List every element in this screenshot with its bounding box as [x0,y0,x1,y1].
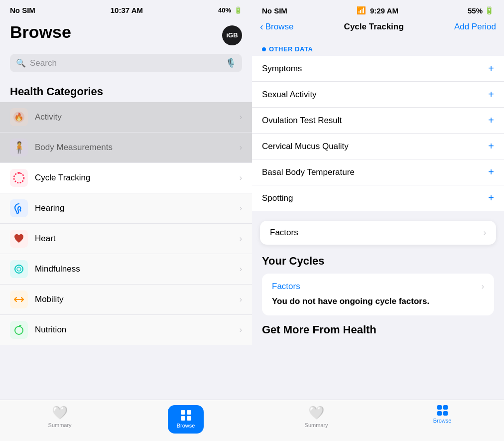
search-placeholder: Search [30,58,222,68]
svg-point-9 [14,269,15,270]
carrier-left: No SIM [10,6,35,14]
battery-left: 40% 🔋 [218,6,242,14]
list-item-basal[interactable]: Basal Body Temperature + [252,159,504,185]
your-cycles-title: Your Cycles [262,255,494,268]
body-chevron: › [240,143,242,152]
nav-back-button[interactable]: ‹ Browse [260,21,293,32]
right-panel: No SIM 📶 9:29 AM 55% 🔋 ‹ Browse Cycle Tr… [252,0,504,441]
get-more-section: Get More From Health [252,323,504,336]
list-item-cervical[interactable]: Cervical Mucus Quality + [252,134,504,159]
summary-tab-label: Summary [48,422,72,428]
cycles-factors-chevron: › [482,282,484,291]
mindfulness-icon [10,260,28,278]
nutrition-icon [10,321,28,339]
cycles-factors-label: Factors [272,282,300,292]
list-item-symptoms[interactable]: Symptoms + [252,56,504,82]
category-item-mobility[interactable]: Mobility › [0,285,252,315]
tab-summary-right[interactable]: 🤍 Summary [305,405,328,428]
factors-card-label: Factors [270,228,484,238]
add-period-button[interactable]: Add Period [454,22,496,32]
summary-tab-label-right: Summary [305,422,328,428]
svg-point-4 [20,210,21,212]
mobility-icon [10,291,28,308]
browse-title: Browse [10,22,71,42]
symptoms-plus-icon[interactable]: + [488,63,494,74]
nav-title: Cycle Tracking [344,22,404,32]
tab-bar-right: 🤍 Summary Browse [252,400,504,441]
svg-point-3 [18,172,20,174]
your-cycles-section: Your Cycles Factors › You do not have on… [252,255,504,323]
tab-browse-left[interactable]: Browse [168,405,204,434]
nutrition-chevron: › [240,325,242,334]
status-bar-right: No SIM 📶 9:29 AM 55% 🔋 [252,0,504,19]
browse-grid-icon [181,410,191,421]
wifi-icon: 📶 [357,6,366,15]
other-data-section-header: OTHER DATA [252,38,504,56]
activity-icon: 🔥 [10,108,28,126]
tab-bar-left: 🤍 Summary Browse [0,400,252,441]
heart-label: Heart [35,234,240,244]
basal-plus-icon[interactable]: + [488,166,494,178]
cycle-icon [10,169,28,187]
ovulation-plus-icon[interactable]: + [488,115,494,126]
tab-summary-left[interactable]: 🤍 Summary [48,405,72,428]
heart-chevron: › [240,234,242,243]
back-chevron-icon: ‹ [260,21,263,32]
nav-back-label: Browse [265,22,294,32]
category-item-body[interactable]: 🧍 Body Measurements › [0,133,252,163]
category-item-nutrition[interactable]: Nutrition › [0,315,252,345]
svg-point-6 [17,267,21,271]
left-panel: No SIM 10:37 AM 40% 🔋 Browse iGB 🔍 Searc… [0,0,252,441]
summary-heart-icon: 🤍 [52,405,68,421]
browse-grid-icon-right [437,405,448,416]
sexual-activity-plus-icon[interactable]: + [488,89,494,100]
section-dot [262,47,266,51]
status-center-right: 📶 9:29 AM [357,6,398,15]
ovulation-label: Ovulation Test Result [262,116,488,126]
cycles-card: Factors › You do not have ongoing cycle … [262,274,494,315]
time-right: 9:29 AM [370,6,398,15]
health-categories-label: Health Categories [0,77,252,102]
summary-heart-icon-right: 🤍 [308,405,324,421]
browse-tab-label-left: Browse [177,423,195,429]
basal-label: Basal Body Temperature [262,167,488,177]
body-label: Body Measurements [35,143,240,152]
nav-bar: ‹ Browse Cycle Tracking Add Period [252,19,504,38]
svg-point-5 [15,265,23,273]
spotting-plus-icon[interactable]: + [488,192,494,204]
mobility-label: Mobility [35,294,240,304]
activity-chevron: › [240,113,242,122]
mindfulness-label: Mindfulness [35,264,240,274]
cycle-chevron: › [240,173,242,182]
list-item-ovulation[interactable]: Ovulation Test Result + [252,108,504,134]
svg-point-8 [18,273,19,274]
tab-browse-right[interactable]: Browse [433,405,452,424]
category-item-activity[interactable]: 🔥 Activity › [0,102,252,133]
time-left: 10:37 AM [111,6,143,14]
category-item-heart[interactable]: Heart › [0,224,252,254]
browse-tab-label-right: Browse [433,418,452,424]
carrier-right: No SIM [262,6,287,15]
symptoms-label: Symptoms [262,64,488,74]
body-icon: 🧍 [10,139,28,156]
get-more-title: Get More From Health [262,323,494,336]
category-item-cycle[interactable]: Cycle Tracking › [0,163,252,193]
search-bar[interactable]: 🔍 Search 🎙️ [10,54,242,72]
hearing-label: Hearing [35,203,240,213]
svg-point-7 [18,265,19,266]
category-item-hearing[interactable]: Hearing › [0,193,252,224]
cervical-plus-icon[interactable]: + [488,141,494,152]
category-item-mindfulness[interactable]: Mindfulness › [0,254,252,285]
other-data-list: Symptoms + Sexual Activity + Ovulation T… [252,56,504,211]
spotting-label: Spotting [262,193,488,203]
search-icon: 🔍 [16,58,26,68]
svg-point-10 [22,269,23,270]
list-item-sexual-activity[interactable]: Sexual Activity + [252,82,504,108]
heart-icon [10,230,28,248]
cycles-factors-link[interactable]: Factors › [272,282,484,292]
svg-point-2 [14,173,24,183]
list-item-spotting[interactable]: Spotting + [252,185,504,211]
factors-card[interactable]: Factors › [260,221,496,245]
status-bar-left: No SIM 10:37 AM 40% 🔋 [0,0,252,18]
mic-icon[interactable]: 🎙️ [226,58,236,68]
